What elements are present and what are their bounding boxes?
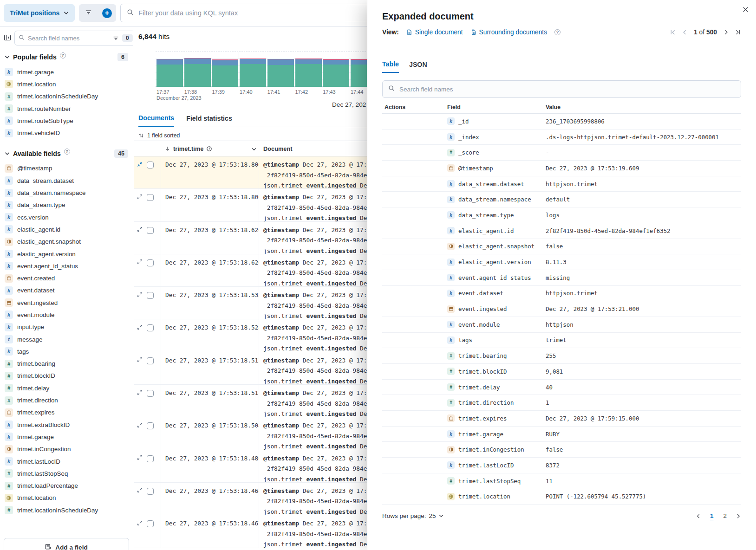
expand-document-button[interactable] (137, 488, 143, 494)
expand-document-button[interactable] (137, 357, 143, 364)
histogram-bar-series-green[interactable] (323, 65, 349, 87)
histogram-bar-series-blue[interactable] (295, 59, 322, 64)
field-item-data_stream.namespace[interactable]: kdata_stream.namespace (4, 187, 129, 199)
select-row-checkbox[interactable] (147, 194, 154, 201)
tab-json[interactable]: JSON (409, 60, 427, 73)
flyout-field-search[interactable] (382, 80, 741, 98)
field-item-trimet.lastStopSeq[interactable]: #trimet.lastStopSeq (4, 467, 129, 479)
saved-query-menu-button[interactable] (79, 4, 98, 22)
next-page-button[interactable] (723, 29, 729, 35)
trimet-time-cell[interactable]: Dec 27, 2023 @ 17:53:18.486 (161, 450, 259, 482)
trimet-time-cell[interactable]: Dec 27, 2023 @ 17:53:18.626 (161, 222, 259, 254)
field-item-data_stream.type[interactable]: kdata_stream.type (4, 199, 129, 211)
histogram-bar-series-green[interactable] (156, 65, 183, 87)
trimet-time-cell[interactable]: Dec 27, 2023 @ 17:53:18.467 (161, 515, 259, 547)
field-item-trimet.routeNumber[interactable]: #trimet.routeNumber (4, 103, 129, 115)
field-item-@timestamp[interactable]: @timestamp (4, 162, 129, 175)
histogram-bar-series-pink[interactable] (323, 59, 349, 60)
select-row-checkbox[interactable] (147, 259, 154, 266)
select-row-checkbox[interactable] (147, 324, 154, 331)
expand-document-button[interactable] (137, 422, 143, 429)
trimet-time-cell[interactable]: Dec 27, 2023 @ 17:53:18.511 (161, 385, 259, 417)
select-row-checkbox[interactable] (147, 357, 154, 364)
tab-documents[interactable]: Documents (138, 114, 174, 127)
histogram-bar-series-green[interactable] (212, 65, 238, 87)
field-item-trimet.delay[interactable]: #trimet.delay (4, 382, 129, 394)
field-item-tags[interactable]: ktags (4, 345, 129, 357)
field-item-trimet.bearing[interactable]: #trimet.bearing (4, 358, 129, 370)
histogram-bar-series-blue[interactable] (156, 59, 183, 65)
expand-document-button[interactable] (137, 390, 143, 396)
select-row-checkbox[interactable] (147, 488, 154, 495)
histogram-bar-series-pink[interactable] (267, 59, 294, 59)
expand-document-button[interactable] (137, 292, 143, 298)
field-item-input.type[interactable]: kinput.type (4, 321, 129, 333)
tab-table[interactable]: Table (382, 60, 399, 73)
page-1-button[interactable]: 1 (709, 512, 715, 519)
expand-document-button[interactable] (137, 227, 143, 233)
add-filter-button[interactable]: + (98, 4, 116, 22)
field-filter-icon[interactable] (113, 35, 119, 41)
data-view-picker[interactable]: TriMet positions (4, 4, 75, 22)
field-item-ecs.version[interactable]: kecs.version (4, 211, 129, 223)
field-item-elastic_agent.id[interactable]: kelastic_agent.id (4, 223, 129, 235)
field-item-event.ingested[interactable]: event.ingested (4, 297, 129, 309)
add-field-button[interactable]: Add a field (4, 538, 129, 550)
field-item-event.agent_id_status[interactable]: kevent.agent_id_status (4, 260, 129, 272)
histogram-bar-series-green[interactable] (295, 64, 322, 87)
last-page-button[interactable] (735, 29, 741, 35)
histogram-bar-series-pink[interactable] (184, 58, 211, 59)
first-page-button[interactable] (670, 29, 676, 35)
rows-per-page-button[interactable]: Rows per page: 25 (382, 512, 443, 519)
histogram-bar-series-blue[interactable] (212, 60, 238, 65)
expand-document-button[interactable] (137, 324, 143, 331)
field-item-trimet.expires[interactable]: trimet.expires (4, 407, 129, 419)
field-item-event.module[interactable]: kevent.module (4, 309, 129, 321)
field-item-trimet.inCongestion[interactable]: trimet.inCongestion (4, 443, 129, 455)
field-item-trimet.location[interactable]: trimet.location (4, 78, 129, 90)
surrounding-documents-link[interactable]: Surrounding documents (470, 29, 547, 36)
histogram-bar-series-pink[interactable] (240, 58, 266, 59)
histogram-bar-series-blue[interactable] (184, 58, 211, 64)
field-item-trimet.vehicleID[interactable]: ktrimet.vehicleID (4, 127, 129, 139)
page-2-button[interactable]: 2 (722, 512, 728, 519)
next-table-page-button[interactable] (736, 513, 741, 519)
trimet-time-cell[interactable]: Dec 27, 2023 @ 17:53:18.533 (161, 287, 259, 319)
field-item-trimet.locationInScheduleDay[interactable]: #trimet.locationInScheduleDay (4, 91, 129, 103)
select-row-checkbox[interactable] (147, 422, 154, 429)
histogram-bar-series-pink[interactable] (212, 59, 238, 60)
histogram-bar-series-green[interactable] (240, 64, 266, 87)
trimet-time-cell[interactable]: Dec 27, 2023 @ 17:53:18.806 (161, 156, 259, 188)
flyout-field-search-input[interactable] (399, 86, 735, 93)
close-flyout-button[interactable] (742, 6, 749, 14)
field-item-event.created[interactable]: event.created (4, 272, 129, 284)
field-item-trimet.garage[interactable]: ktrimet.garage (4, 431, 129, 443)
histogram-bar-series-pink[interactable] (295, 58, 322, 59)
field-item-trimet.extraBlockID[interactable]: ktrimet.extraBlockID (4, 419, 129, 431)
field-item-trimet.location[interactable]: trimet.location (4, 492, 129, 504)
field-item-data_stream.dataset[interactable]: kdata_stream.dataset (4, 175, 129, 187)
single-document-link[interactable]: Single document (406, 29, 463, 36)
field-item-elastic_agent.version[interactable]: kelastic_agent.version (4, 248, 129, 260)
field-item-trimet.routeSubType[interactable]: ktrimet.routeSubType (4, 115, 129, 127)
expand-document-button[interactable] (137, 455, 143, 462)
select-row-checkbox[interactable] (147, 390, 154, 397)
field-item-event.dataset[interactable]: kevent.dataset (4, 285, 129, 297)
expand-document-button[interactable] (137, 259, 143, 266)
grid-time-column-header[interactable]: trimet.time (161, 141, 259, 156)
collapse-document-button[interactable] (137, 162, 143, 168)
select-row-checkbox[interactable] (147, 455, 154, 462)
field-name-search[interactable]: 0 (14, 31, 133, 45)
sorted-fields-button[interactable]: 1 field sorted (138, 130, 180, 141)
histogram-bar-series-green[interactable] (267, 65, 294, 87)
field-item-trimet.blockID[interactable]: #trimet.blockID (4, 370, 129, 382)
select-row-checkbox[interactable] (147, 292, 154, 299)
previous-page-button[interactable] (682, 29, 688, 35)
available-fields-header[interactable]: Available fields ? 45 (5, 149, 128, 158)
trimet-time-cell[interactable]: Dec 27, 2023 @ 17:53:18.626 (161, 254, 259, 286)
histogram-bar-series-blue[interactable] (267, 59, 294, 65)
field-item-trimet.locationInScheduleDay[interactable]: #trimet.locationInScheduleDay (4, 504, 129, 516)
trimet-time-cell[interactable]: Dec 27, 2023 @ 17:53:18.504 (161, 417, 259, 449)
trimet-time-cell[interactable]: Dec 27, 2023 @ 17:53:18.468 (161, 483, 259, 515)
histogram-bar-series-blue[interactable] (240, 59, 266, 64)
